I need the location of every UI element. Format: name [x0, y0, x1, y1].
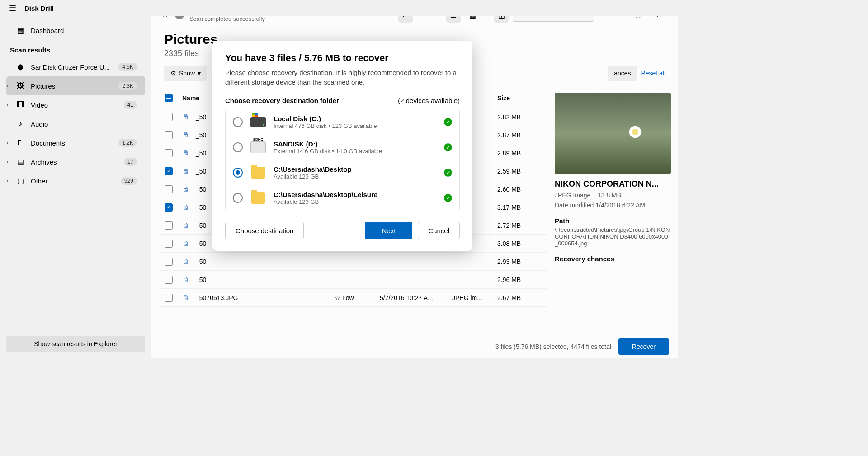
- row-checkbox[interactable]: ✓: [165, 167, 173, 175]
- destination-ok-icon: ✓: [444, 143, 452, 151]
- reset-all-link[interactable]: Reset all: [641, 70, 665, 77]
- preview-meta-date: Date modified 1/4/2018 6:22 AM: [555, 202, 671, 209]
- category-icon: 🖼: [15, 82, 25, 90]
- minimize-button[interactable]: —: [607, 16, 627, 23]
- sidebar-item-documents[interactable]: ›🗎Documents1.2K: [6, 133, 145, 152]
- destination-icon: [249, 115, 267, 129]
- row-checkbox[interactable]: [165, 113, 173, 121]
- file-name: _50: [196, 168, 206, 175]
- count-badge: 929: [121, 177, 137, 185]
- maximize-button[interactable]: ▢: [627, 16, 648, 23]
- column-size[interactable]: Size: [497, 94, 547, 102]
- row-checkbox[interactable]: [165, 276, 173, 284]
- sidebar: ▦ Dashboard Scan results ⬢SanDisk Cruzer…: [0, 16, 151, 358]
- row-checkbox[interactable]: [165, 185, 173, 193]
- grid-view-icon[interactable]: ▦: [465, 16, 480, 23]
- destination-option[interactable]: SANDISK (D:)External 14.6 GB disk • 14.0…: [226, 135, 459, 160]
- sidebar-item-label: Other: [31, 177, 114, 185]
- sidebar-item-label: Video: [31, 101, 118, 109]
- next-button[interactable]: Next: [365, 222, 412, 239]
- destination-detail: External 14.6 GB disk • 14.0 GB availabl…: [274, 148, 438, 155]
- chevron-right-icon: ›: [6, 178, 8, 184]
- destination-radio[interactable]: [233, 168, 243, 178]
- category-icon: 🎞: [15, 101, 25, 109]
- show-filter-button[interactable]: ⚙Show▾: [164, 66, 207, 81]
- file-icon: 🖺: [182, 168, 191, 175]
- destination-option[interactable]: Local Disk (C:)Internal 476 GB disk • 12…: [226, 109, 459, 135]
- file-name: _50: [196, 258, 206, 265]
- destination-detail: Available 123 GB: [274, 198, 438, 205]
- preview-path: \Reconstructed\Pictures\jpg\Group 1\NIKO…: [555, 226, 671, 247]
- row-checkbox[interactable]: [165, 294, 173, 302]
- destination-radio[interactable]: [233, 193, 243, 203]
- file-size: 2.87 MB: [497, 132, 547, 139]
- preview-title: NIKON CORPORATION N...: [555, 179, 671, 189]
- destination-icon: [249, 191, 267, 205]
- cancel-button[interactable]: Cancel: [418, 222, 460, 239]
- panel-toggle-icon[interactable]: ◫: [494, 16, 509, 23]
- file-icon: 🖺: [182, 294, 191, 301]
- preview-image: [555, 93, 671, 174]
- table-row[interactable]: 🖺_502.93 MB: [160, 253, 547, 271]
- sidebar-item-sandisk-cruzer-force-u-[interactable]: ⬢SanDisk Cruzer Force U...4.5K: [6, 57, 145, 76]
- dashboard-icon: ▦: [15, 26, 25, 35]
- row-checkbox[interactable]: [165, 240, 173, 248]
- chances-filter-button[interactable]: ances: [608, 66, 637, 81]
- row-checkbox[interactable]: [165, 131, 173, 139]
- close-button[interactable]: ✕: [648, 16, 669, 23]
- file-type: JPEG im...: [452, 294, 497, 301]
- destination-icon: [249, 166, 267, 179]
- sidebar-item-pictures[interactable]: ›🖼Pictures2.3K: [6, 76, 145, 95]
- row-checkbox[interactable]: ✓: [165, 203, 173, 212]
- destination-radio[interactable]: [233, 142, 243, 152]
- destination-icon: [249, 141, 267, 154]
- folder-icon[interactable]: 🗀: [417, 16, 432, 23]
- sidebar-item-audio[interactable]: ♪Audio: [6, 114, 145, 133]
- preview-meta-type: JPEG Image – 13.8 MB: [555, 192, 671, 199]
- file-size: 2.82 MB: [497, 113, 547, 121]
- recover-button[interactable]: Recover: [618, 338, 669, 355]
- file-icon: 🖺: [182, 113, 191, 121]
- destination-radio[interactable]: [233, 117, 243, 127]
- modal-choose-label: Choose recovery destination folder: [225, 97, 339, 104]
- file-name: _50: [196, 276, 206, 283]
- table-row[interactable]: 🖺_502.96 MB: [160, 271, 547, 289]
- table-row[interactable]: 🖺_5070513.JPG☆ Low5/7/2016 10:27 A...JPE…: [160, 289, 547, 307]
- sidebar-section-title: Scan results: [0, 40, 151, 57]
- destination-name: C:\Users\dasha\Desktop\Leisure: [274, 191, 438, 198]
- destination-option[interactable]: C:\Users\dasha\DesktopAvailable 123 GB✓: [226, 160, 459, 185]
- chevron-right-icon: ›: [6, 159, 8, 165]
- scan-status-icon: ✓: [175, 16, 184, 19]
- menu-icon[interactable]: ☰: [9, 3, 16, 13]
- preview-path-label: Path: [555, 217, 671, 225]
- show-in-explorer-button[interactable]: Show scan results in Explorer: [6, 336, 145, 352]
- row-checkbox[interactable]: [165, 258, 173, 266]
- preview-chances-label: Recovery chances: [555, 255, 671, 263]
- file-icon: 🖺: [182, 150, 191, 157]
- category-icon: ⬢: [15, 63, 25, 71]
- row-checkbox[interactable]: [165, 149, 173, 157]
- file-icon[interactable]: 🗎: [398, 16, 413, 23]
- sidebar-item-other[interactable]: ›▢Other929: [6, 171, 145, 190]
- sidebar-item-label: Documents: [31, 139, 112, 147]
- modal-title: You have 3 files / 5.76 MB to recover: [225, 52, 460, 63]
- home-icon[interactable]: ⌂: [160, 16, 170, 19]
- select-all-checkbox[interactable]: —: [165, 94, 173, 102]
- chevron-right-icon: ›: [6, 83, 8, 89]
- destination-option[interactable]: C:\Users\dasha\Desktop\LeisureAvailable …: [226, 185, 459, 211]
- search-input[interactable]: Search⌕: [513, 16, 594, 22]
- sidebar-item-archives[interactable]: ›▤Archives17: [6, 152, 145, 171]
- file-icon: 🖺: [182, 186, 191, 193]
- count-badge: 4.5K: [118, 63, 137, 71]
- file-size: 3.17 MB: [497, 204, 547, 211]
- row-checkbox[interactable]: [165, 221, 173, 230]
- file-date: 5/7/2016 10:27 A...: [380, 294, 452, 301]
- sidebar-dashboard[interactable]: ▦ Dashboard: [6, 21, 145, 40]
- preview-panel: ⤢ NIKON CORPORATION N... JPEG Image – 13…: [547, 88, 678, 334]
- choose-destination-button[interactable]: Choose destination: [225, 222, 304, 239]
- sidebar-item-video[interactable]: ›🎞Video41: [6, 95, 145, 114]
- chevron-right-icon: ›: [6, 140, 8, 146]
- list-view-icon[interactable]: ☰: [446, 16, 461, 23]
- category-icon: 🗎: [15, 139, 25, 147]
- file-icon: 🖺: [182, 240, 191, 247]
